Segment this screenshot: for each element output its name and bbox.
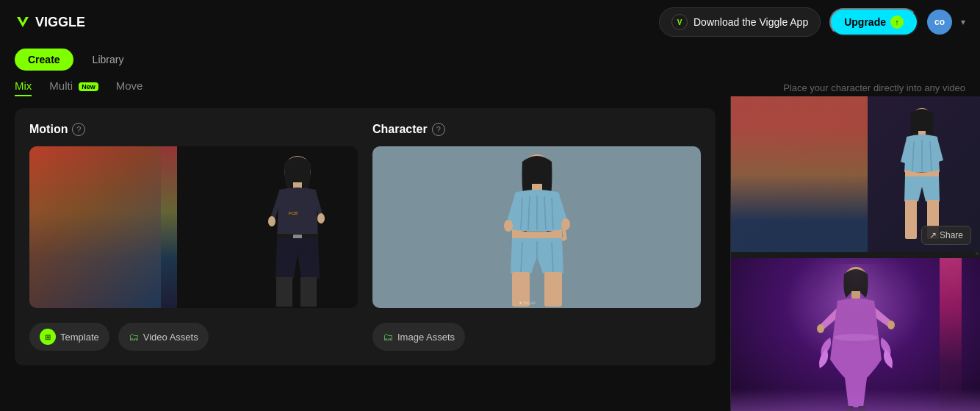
preview-1-username: [737, 223, 743, 226]
tab-move-label: Move: [116, 79, 143, 92]
character-help-icon[interactable]: ?: [432, 123, 445, 136]
download-btn-label: Download the Viggle App: [693, 16, 808, 28]
svg-point-6: [317, 213, 325, 224]
tab-description: Place your character directly into any v…: [783, 82, 965, 93]
upgrade-button[interactable]: Upgrade ↑: [829, 8, 918, 36]
character-column: Character ?: [372, 123, 701, 308]
tab-multi-label: Multi: [49, 79, 73, 92]
tab-mix-label: Mix: [15, 79, 32, 92]
motion-column: Motion ?: [29, 123, 358, 308]
avatar[interactable]: co: [927, 10, 952, 35]
preview-1-person-svg: [889, 104, 955, 240]
main-content: Motion ?: [0, 96, 980, 411]
svg-point-20: [504, 220, 513, 232]
viggle-v-icon: V: [671, 14, 688, 30]
image-assets-button[interactable]: 🗂 Image Assets: [372, 323, 465, 351]
tab-mix[interactable]: Mix: [15, 79, 32, 96]
preview-1-crowd: [731, 96, 868, 252]
logo-v-icon: [15, 14, 31, 30]
image-folder-icon: 🗂: [383, 331, 393, 343]
avatar-initials: co: [934, 17, 945, 27]
logo: VIGGLE: [15, 14, 85, 30]
tab-new-badge: New: [79, 82, 98, 91]
template-label: Template: [60, 332, 99, 343]
template-button[interactable]: ⊞ Template: [29, 323, 109, 351]
svg-rect-8: [300, 277, 317, 307]
svg-rect-7: [276, 277, 292, 307]
tabs-bar: Mix Multi New Move Place your character …: [0, 71, 980, 96]
template-icon: ⊞: [40, 329, 56, 345]
header-right: V Download the Viggle App Upgrade ↑ co ▾: [659, 7, 965, 37]
share-icon: ↗: [929, 230, 937, 240]
right-light-strip: [940, 258, 962, 411]
left-panel: Motion ?: [0, 96, 730, 411]
workspace-columns: Motion ?: [29, 123, 701, 308]
share-label: Share: [940, 230, 963, 240]
preview-card-2[interactable]: [731, 255, 980, 411]
share-button-1[interactable]: ↗ Share: [921, 226, 971, 245]
nav-bar: Create Library: [0, 44, 980, 71]
svg-rect-23: [544, 272, 562, 307]
motion-help-icon[interactable]: ?: [72, 123, 85, 136]
svg-rect-30: [905, 200, 917, 239]
motion-media-box[interactable]: FCB: [29, 146, 358, 308]
upgrade-label: Upgrade: [844, 16, 886, 28]
library-button[interactable]: Library: [79, 49, 137, 71]
preview-card-1[interactable]: ↗ Share: [731, 96, 980, 252]
header: VIGGLE V Download the Viggle App Upgrade…: [0, 0, 980, 44]
workspace: Motion ?: [15, 108, 716, 365]
character-footer: 🗂 Image Assets: [372, 323, 701, 351]
right-panel: ↗ Share: [730, 96, 980, 411]
tab-multi[interactable]: Multi New: [49, 79, 98, 96]
image-assets-label: Image Assets: [397, 332, 455, 343]
motion-footer: ⊞ Template 🗂 Video Assets: [29, 323, 358, 351]
svg-text:FCB: FCB: [289, 211, 298, 215]
folder-icon: 🗂: [129, 331, 139, 343]
logo-text: VIGGLE: [35, 15, 85, 30]
svg-text:★ BIGAI: ★ BIGAI: [519, 301, 536, 305]
motion-header: Motion ?: [29, 123, 358, 136]
upgrade-arrow-icon: ↑: [890, 15, 904, 29]
crowd-bg-left: [29, 146, 161, 308]
video-assets-button[interactable]: 🗂 Video Assets: [118, 323, 209, 351]
character-header: Character ?: [372, 123, 701, 136]
character-title: Character: [372, 123, 428, 136]
motion-person-svg: FCB: [253, 150, 342, 308]
download-app-button[interactable]: V Download the Viggle App: [659, 7, 821, 37]
tab-move[interactable]: Move: [116, 79, 143, 96]
character-person-svg: ★ BIGAI: [486, 150, 588, 308]
video-assets-label: Video Assets: [143, 332, 198, 343]
create-button[interactable]: Create: [15, 49, 73, 71]
svg-marker-0: [17, 17, 29, 27]
character-media-box[interactable]: ★ BIGAI: [372, 146, 701, 308]
svg-point-5: [268, 216, 275, 226]
workspace-footer: ⊞ Template 🗂 Video Assets 🗂 Image Assets: [29, 323, 701, 351]
motion-title: Motion: [29, 123, 68, 136]
header-chevron-icon[interactable]: ▾: [961, 17, 965, 27]
